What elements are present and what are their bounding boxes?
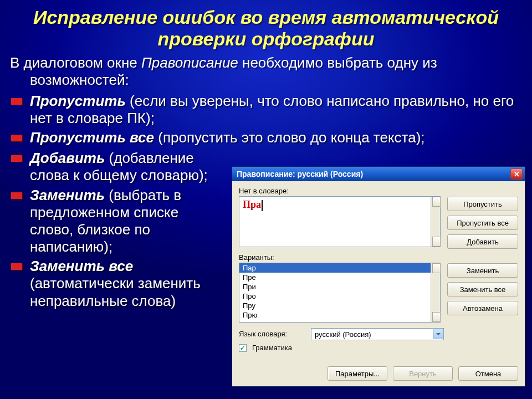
intro-prefix: В диалоговом окне (10, 54, 141, 71)
spellcheck-dialog: Правописание: русский (Россия) ✕ Нет в с… (232, 166, 525, 387)
skip-all-button[interactable]: Пропустить все (447, 216, 518, 230)
list-item[interactable]: Прю (239, 310, 440, 320)
options-button[interactable]: Параметры... (328, 366, 387, 381)
bullet-rest: (пропустить это слово до конца текста); (154, 129, 425, 146)
not-in-dict-textbox[interactable]: Пра (239, 196, 441, 247)
list-item[interactable]: Пар (239, 263, 440, 273)
bullet-item: Добавить (добавление слова к общему слов… (10, 150, 221, 184)
scrollbar[interactable] (431, 263, 440, 322)
undo-button: Вернуть (393, 366, 453, 381)
list-item[interactable]: При (239, 282, 440, 291)
variants-listbox[interactable]: Пар Пре При Про Пру Прю (239, 263, 441, 323)
dialog-title: Правописание: русский (Россия) (237, 170, 363, 178)
list-item[interactable]: Пре (239, 273, 440, 282)
bullet-rest: (автоматически заменить неправильные сло… (30, 275, 201, 309)
language-combo[interactable]: русский (Россия) (311, 328, 444, 340)
bullet-item: Заменить (выбрать в предложенном списке … (10, 187, 221, 256)
bullet-item: Пропустить все (пропустить это слово до … (10, 129, 522, 146)
replace-button[interactable]: Заменить (447, 263, 518, 278)
skip-button[interactable]: Пропустить (447, 197, 518, 211)
replace-all-button[interactable]: Заменить все (447, 282, 518, 296)
bullet-term: Добавить (30, 150, 105, 166)
chevron-down-icon[interactable] (433, 329, 443, 339)
bullet-term: Заменить все (30, 258, 133, 274)
autocorrect-button[interactable]: Автозамена (447, 301, 518, 315)
close-icon[interactable]: ✕ (510, 168, 523, 180)
not-in-dict-label: Нет в словаре: (239, 187, 441, 195)
bullet-term: Пропустить (30, 93, 126, 109)
grammar-checkbox[interactable]: ✓ (239, 344, 247, 352)
bullet-item: Пропустить (если вы уверены, что слово н… (10, 93, 522, 127)
list-item[interactable]: Пру (239, 301, 440, 310)
variants-label: Варианты: (239, 253, 441, 262)
scrollbar[interactable] (431, 197, 440, 247)
list-item[interactable]: Про (239, 291, 440, 301)
bullet-term: Пропустить все (30, 129, 154, 146)
intro-italic-term: Правописание (141, 54, 238, 71)
misspelled-word: Пра (243, 199, 261, 210)
lang-label: Язык словаря: (239, 330, 305, 338)
dialog-titlebar[interactable]: Правописание: русский (Россия) ✕ (232, 167, 525, 181)
slide-title: Исправление ошибок во время автоматическ… (0, 0, 532, 54)
bullet-item: Заменить все (автоматически заменить неп… (10, 258, 221, 310)
add-button[interactable]: Добавить (447, 234, 518, 249)
cancel-button[interactable]: Отмена (458, 366, 518, 381)
grammar-label: Грамматика (252, 344, 292, 352)
language-value: русский (Россия) (315, 330, 371, 339)
intro-text: В диалоговом окне Правописание необходим… (10, 54, 522, 89)
bullet-term: Заменить (30, 187, 105, 203)
